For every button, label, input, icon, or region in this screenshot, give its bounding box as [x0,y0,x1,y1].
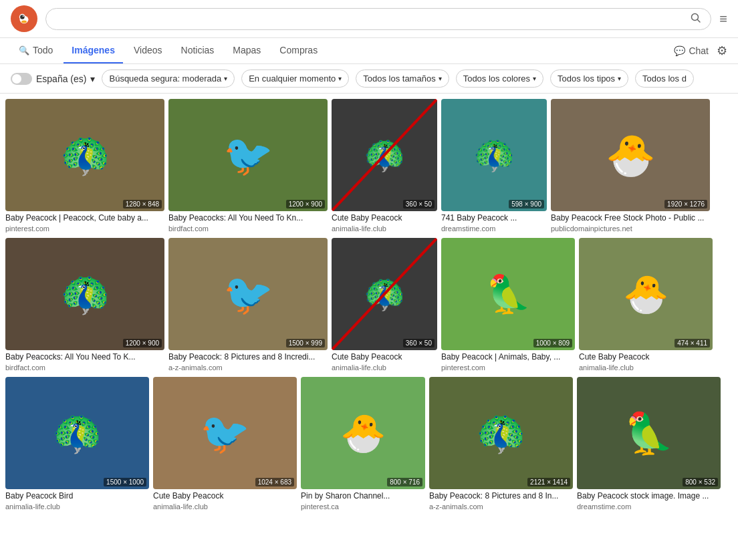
image-row-2: 🦚 1200 × 900 Baby Peacocks: All You Need… [5,238,733,372]
list-item[interactable]: 🦚 360 × 50 Cute Baby Peacock animalia-li… [332,99,437,233]
list-item[interactable]: 🐣 800 × 716 Pin by Sharon Channel... pin… [301,377,425,511]
nav-right: 💬 Chat ⚙ [674,43,727,58]
safe-search-filter[interactable]: Búsqueda segura: moderada ▾ [102,69,235,88]
image-title: Baby Peacock: 8 Pictures and 8 Incredi..… [168,352,328,362]
list-item[interactable]: 🐣 1920 × 1276 Baby Peacock Free Stock Ph… [551,99,710,233]
image-source: animalia-life.club [332,225,437,233]
image-dimensions: 360 × 50 [403,339,435,347]
image-source: animalia-life.club [579,364,713,372]
image-dimensions: 1200 × 900 [123,339,162,347]
size-filter[interactable]: Todos los tamaños ▾ [356,69,449,88]
image-source: a-z-animals.com [168,364,328,372]
tab-compras[interactable]: Compras [271,38,326,63]
image-row-3: 🦚 1500 × 1000 Baby Peacock Bird animalia… [5,377,733,511]
image-source: animalia-life.club [153,503,297,511]
chat-icon: 💬 [674,45,685,56]
search-input[interactable]: baby peacock [55,13,685,25]
list-item[interactable]: 🦚 1500 × 1000 Baby Peacock Bird animalia… [5,377,149,511]
image-source: animalia-life.club [5,503,149,511]
image-row-1: 🦚 1280 × 848 Baby Peacock | Peacock, Cut… [5,99,733,233]
list-item[interactable]: 🐣 474 × 411 Cute Baby Peacock animalia-l… [579,238,713,372]
image-dimensions: 1500 × 999 [286,339,325,347]
image-dimensions: 598 × 900 [509,200,544,208]
image-dimensions: 1920 × 1276 [664,200,707,208]
image-title: Cute Baby Peacock [332,213,437,223]
chevron-down-icon: ▾ [439,75,442,82]
list-item[interactable]: 🦚 598 × 900 741 Baby Peacock ... dreamst… [441,99,547,233]
svg-point-3 [20,15,25,19]
list-item[interactable]: 🦚 1200 × 900 Baby Peacocks: All You Need… [5,238,164,372]
svg-point-4 [23,15,24,17]
region-chevron: ▾ [90,74,95,84]
image-source: birdfact.com [168,225,328,233]
image-title: Pin by Sharon Channel... [301,491,425,501]
svg-point-5 [21,21,27,23]
image-dimensions: 1000 × 809 [533,339,572,347]
image-title: Baby Peacock: 8 Pictures and 8 In... [429,491,573,501]
images-section: 🦚 1280 × 848 Baby Peacock | Peacock, Cut… [0,94,738,521]
image-source: a-z-animals.com [429,503,573,511]
image-source: pinterest.com [441,364,575,372]
chevron-down-icon: ▾ [338,75,342,82]
list-item[interactable]: 🐦 1024 × 683 Cute Baby Peacock animalia-… [153,377,297,511]
image-title: Cute Baby Peacock [332,352,437,362]
tab-videos[interactable]: Videos [126,38,170,63]
image-dimensions: 1280 × 848 [123,200,162,208]
image-source: birdfact.com [5,364,164,372]
header: baby peacock ≡ [0,0,738,38]
image-source: pinterest.ca [301,503,425,511]
chat-button[interactable]: 💬 Chat [674,45,709,56]
safe-search-switch[interactable] [11,73,32,85]
image-title: Baby Peacock stock image. Image ... [577,491,721,501]
image-dimensions: 800 × 532 [683,478,718,486]
image-source: pinterest.com [5,225,164,233]
type-filter[interactable]: Todos los tipos ▾ [550,69,628,88]
image-title: Baby Peacock | Animals, Baby, ... [441,352,575,362]
more-filter[interactable]: Todos los d [635,69,694,88]
hamburger-menu[interactable]: ≡ [719,11,727,27]
list-item[interactable]: 🦜 800 × 532 Baby Peacock stock image. Im… [577,377,721,511]
image-dimensions: 1200 × 900 [286,200,325,208]
image-source: dreamstime.com [441,225,547,233]
color-filter[interactable]: Todos los colores ▾ [456,69,543,88]
tab-noticias[interactable]: Noticias [173,38,223,63]
list-item[interactable]: 🐦 1200 × 900 Baby Peacocks: All You Need… [168,99,328,233]
tab-todo[interactable]: 🔍 Todo [11,38,61,63]
search-icon: 🔍 [19,45,29,55]
image-source: publicdomainpictures.net [551,225,710,233]
chevron-down-icon: ▾ [618,75,621,82]
nav-tabs: 🔍 Todo Imágenes Videos Noticias Mapas Co… [0,38,738,64]
image-source: animalia-life.club [332,364,437,372]
image-dimensions: 800 × 716 [387,478,422,486]
image-dimensions: 2121 × 1414 [527,478,570,486]
image-dimensions: 360 × 50 [403,200,435,208]
duckduckgo-logo[interactable] [11,5,37,32]
chevron-down-icon: ▾ [533,75,536,82]
svg-line-7 [698,19,701,22]
list-item[interactable]: 🦚 1280 × 848 Baby Peacock | Peacock, Cut… [5,99,164,233]
filter-bar: España (es) ▾ Búsqueda segura: moderada … [0,64,738,94]
image-title: Baby Peacock | Peacock, Cute baby a... [5,213,164,223]
search-icon[interactable] [691,13,701,25]
search-bar[interactable]: baby peacock [45,8,711,30]
image-title: Cute Baby Peacock [153,491,297,501]
image-source: dreamstime.com [577,503,721,511]
image-title: Cute Baby Peacock [579,352,713,362]
safe-search-toggle[interactable]: España (es) ▾ [11,73,95,85]
image-dimensions: 1500 × 1000 [104,478,146,486]
tab-mapas[interactable]: Mapas [225,38,269,63]
list-item[interactable]: 🐦 1500 × 999 Baby Peacock: 8 Pictures an… [168,238,328,372]
image-dimensions: 474 × 411 [674,339,710,347]
image-title: Baby Peacocks: All You Need To Kn... [168,213,328,223]
list-item[interactable]: 🦚 2121 × 1414 Baby Peacock: 8 Pictures a… [429,377,573,511]
time-filter[interactable]: En cualquier momento ▾ [241,69,349,88]
image-title: Baby Peacock Bird [5,491,149,501]
settings-icon[interactable]: ⚙ [717,43,727,58]
list-item[interactable]: 🦜 1000 × 809 Baby Peacock | Animals, Bab… [441,238,575,372]
image-title: 741 Baby Peacock ... [441,213,547,223]
image-dimensions: 1024 × 683 [255,478,294,486]
tab-imagenes[interactable]: Imágenes [64,38,123,63]
list-item[interactable]: 🦚 360 × 50 Cute Baby Peacock animalia-li… [332,238,437,372]
image-title: Baby Peacocks: All You Need To K... [5,352,164,362]
region-label: España (es) [36,74,86,84]
